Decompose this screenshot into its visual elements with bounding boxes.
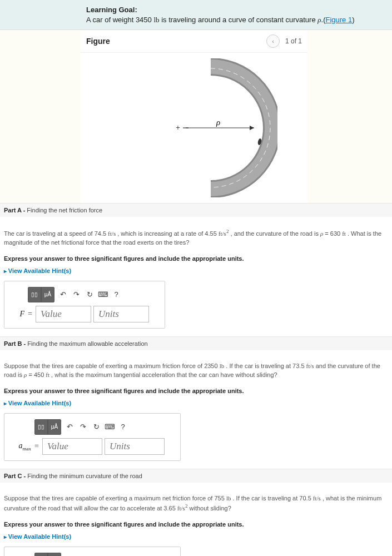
figure-title: Figure <box>86 37 110 46</box>
svg-marker-1 <box>250 126 254 130</box>
part-a-variable: F <box>10 310 24 319</box>
figure-counter: 1 of 1 <box>285 37 302 45</box>
part-a-title: Finding the net friction force <box>25 207 102 214</box>
keyboard-button[interactable]: ⌨ <box>97 288 109 301</box>
part-a-instruction: Express your answer to three significant… <box>0 253 392 264</box>
part-c-answer-box: ▯▯ μÅ ↶ ↷ ↻ ⌨ ? ρmin = <box>4 547 181 557</box>
redo-button[interactable]: ↷ <box>70 288 82 301</box>
equals-sign: = <box>28 310 32 319</box>
plus-marker: + <box>176 123 180 132</box>
reset-button[interactable]: ↻ <box>83 288 96 301</box>
template-button-2[interactable]: μÅ <box>41 287 54 302</box>
equals-sign: = <box>34 442 39 451</box>
redo-button[interactable]: ↷ <box>77 554 89 557</box>
learning-goal-title: Learning Goal: <box>86 6 384 14</box>
help-button[interactable]: ? <box>110 288 122 301</box>
figure-prev-button[interactable]: ‹ <box>266 34 280 48</box>
part-c-toolbar: ▯▯ μÅ ↶ ↷ ↻ ⌨ ? <box>34 553 165 557</box>
part-a: Part A - Finding the net friction force … <box>0 203 392 336</box>
help-button[interactable]: ? <box>117 420 129 434</box>
part-c-question: Suppose that the tires are capable of ex… <box>0 483 392 519</box>
part-b: Part B - Finding the maximum allowable a… <box>0 336 392 469</box>
template-button-1[interactable]: ▯▯ <box>28 287 41 302</box>
part-b-title: Finding the maximum allowable accelerati… <box>26 340 148 347</box>
figure-section: Figure ‹ 1 of 1 + ρ <box>81 30 307 203</box>
part-a-input-row: F = <box>10 306 149 322</box>
part-b-instruction: Express your answer to three significant… <box>0 385 392 396</box>
lg-text-1: A car of weight 3450 <box>86 16 153 24</box>
part-a-header: Part A - Finding the net friction force <box>0 203 392 217</box>
redo-button[interactable]: ↷ <box>77 420 89 434</box>
figure-body: + ρ <box>81 53 307 203</box>
keyboard-button[interactable]: ⌨ <box>103 554 116 557</box>
template-button-2[interactable]: μÅ <box>48 419 61 435</box>
part-c-hints-link[interactable]: View Available Hint(s) <box>0 530 392 543</box>
part-c-instruction: Express your answer to three significant… <box>0 519 392 530</box>
part-b-value-input[interactable] <box>42 438 102 455</box>
figure-link[interactable]: Figure 1 <box>325 16 352 24</box>
part-a-value-input[interactable] <box>36 306 91 322</box>
part-c: Part C - Finding the minimum curvature o… <box>0 469 392 556</box>
reset-button[interactable]: ↻ <box>90 420 102 434</box>
curve-diagram: + ρ <box>111 58 277 197</box>
part-b-header: Part B - Finding the maximum allowable a… <box>0 337 392 350</box>
part-a-units-input[interactable] <box>93 306 149 322</box>
part-b-toolbar: ▯▯ μÅ ↶ ↷ ↻ ⌨ ? <box>34 419 165 435</box>
undo-button[interactable]: ↶ <box>63 420 76 434</box>
lg-text-2: is traveling around a curve of constant … <box>160 16 318 24</box>
part-a-label: Part A - <box>4 207 25 214</box>
part-b-variable: amax <box>10 441 31 451</box>
part-a-toolbar: ▯▯ μÅ ↶ ↷ ↻ ⌨ ? <box>28 287 149 302</box>
figure-nav: ‹ 1 of 1 <box>266 34 302 48</box>
part-b-answer-box: ▯▯ μÅ ↶ ↷ ↻ ⌨ ? amax = <box>4 413 181 461</box>
figure-header: Figure ‹ 1 of 1 <box>81 30 307 53</box>
part-b-input-row: amax = <box>10 438 165 455</box>
learning-goal-text: A car of weight 3450 lb is traveling aro… <box>86 15 384 25</box>
part-a-answer-box: ▯▯ μÅ ↶ ↷ ↻ ⌨ ? F = <box>4 281 165 329</box>
part-c-header: Part C - Finding the minimum curvature o… <box>0 469 392 483</box>
help-button[interactable]: ? <box>117 554 129 557</box>
lg-paren-close: ) <box>352 16 354 24</box>
undo-button[interactable]: ↶ <box>57 288 69 301</box>
template-button-2[interactable]: μÅ <box>48 553 61 557</box>
undo-button[interactable]: ↶ <box>63 554 76 557</box>
part-c-label: Part C - <box>4 473 26 479</box>
template-button-1[interactable]: ▯▯ <box>34 419 48 435</box>
learning-goal-panel: Learning Goal: A car of weight 3450 lb i… <box>0 0 392 30</box>
part-b-question: Suppose that the tires are capable of ex… <box>0 350 392 385</box>
part-b-hints-link[interactable]: View Available Hint(s) <box>0 396 392 410</box>
part-b-label: Part B - <box>4 340 26 347</box>
lg-unit-lb: lb <box>153 16 159 24</box>
part-a-hints-link[interactable]: View Available Hint(s) <box>0 264 392 277</box>
part-c-title: Finding the minimum curvature of the roa… <box>26 473 142 479</box>
part-b-units-input[interactable] <box>105 438 165 455</box>
rho-label: ρ <box>216 118 220 127</box>
part-a-question: The car is traveling at a speed of 74.5 … <box>0 217 392 253</box>
template-button-1[interactable]: ▯▯ <box>34 553 48 557</box>
keyboard-button[interactable]: ⌨ <box>103 420 116 434</box>
reset-button[interactable]: ↻ <box>90 554 102 557</box>
